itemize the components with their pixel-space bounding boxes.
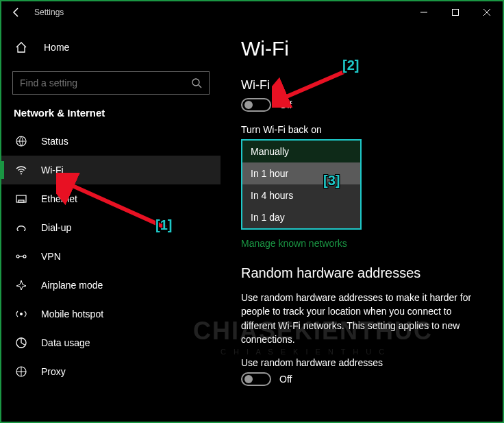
sidebar-item-airplane[interactable]: Airplane mode: [1, 271, 220, 300]
dropdown-option-4hours[interactable]: In 4 hours: [242, 184, 360, 206]
svg-rect-6: [16, 195, 26, 202]
random-addresses-body: Use random hardware addresses to make it…: [241, 291, 482, 346]
svg-rect-1: [453, 10, 459, 16]
close-button[interactable]: [471, 1, 503, 23]
sidebar-item-label: Status: [41, 136, 68, 147]
hotspot-icon: [14, 308, 29, 320]
random-toggle-label: Use random hardware addresses: [241, 357, 482, 368]
svg-point-5: [21, 173, 22, 175]
ethernet-icon: [14, 193, 29, 205]
dialup-icon: [14, 221, 29, 234]
sidebar-item-proxy[interactable]: Proxy: [1, 357, 220, 386]
svg-line-3: [199, 85, 201, 88]
sidebar-item-wifi[interactable]: Wi-Fi: [1, 156, 220, 184]
random-toggle[interactable]: [241, 372, 271, 386]
wifi-toggle-state: Off: [279, 99, 292, 110]
wifi-icon: [14, 164, 29, 176]
minimize-button[interactable]: [408, 1, 440, 23]
vpn-icon: [14, 250, 29, 263]
turn-back-dropdown[interactable]: Manually In 1 hour In 4 hours In 1 day: [241, 139, 362, 230]
sidebar-item-datausage[interactable]: Data usage: [1, 328, 220, 357]
sidebar-item-label: Mobile hotspot: [41, 309, 103, 319]
sidebar-item-hotspot[interactable]: Mobile hotspot: [1, 300, 220, 328]
airplane-icon: [14, 279, 29, 291]
data-usage-icon: [14, 337, 29, 349]
svg-point-8: [17, 230, 18, 231]
sidebar-item-label: Ethernet: [41, 193, 77, 204]
sidebar-item-ethernet[interactable]: Ethernet: [1, 184, 220, 213]
status-icon: [14, 135, 29, 147]
dropdown-option-1day[interactable]: In 1 day: [242, 206, 360, 228]
svg-point-11: [23, 255, 26, 258]
dropdown-option-1hour[interactable]: In 1 hour: [242, 162, 360, 184]
random-addresses-heading: Random hardware addresses: [241, 265, 482, 281]
sidebar-home-label: Home: [44, 42, 69, 53]
annotation-badge-3: [3]: [323, 173, 340, 189]
sidebar-item-status[interactable]: Status: [1, 127, 220, 156]
sidebar-item-label: Dial-up: [41, 222, 71, 233]
dropdown-option-manually[interactable]: Manually: [242, 141, 360, 162]
search-icon: [191, 77, 202, 88]
home-icon: [15, 41, 30, 53]
search-input-container[interactable]: [12, 71, 210, 95]
sidebar-item-dialup[interactable]: Dial-up: [1, 213, 220, 242]
turn-back-label: Turn Wi-Fi back on: [241, 124, 482, 135]
annotation-badge-1: [1]: [155, 217, 172, 233]
svg-point-10: [16, 255, 19, 258]
sidebar-item-label: Wi-Fi: [41, 165, 64, 176]
sidebar-group-title: Network & Internet: [1, 107, 220, 127]
manage-known-networks-link[interactable]: Manage known networks: [241, 238, 482, 249]
sidebar-item-label: Data usage: [41, 337, 90, 348]
sidebar-item-label: Airplane mode: [41, 280, 103, 291]
search-input[interactable]: [20, 77, 191, 88]
window-title: Settings: [34, 8, 64, 17]
random-toggle-state: Off: [279, 374, 292, 385]
svg-point-9: [24, 230, 25, 231]
sidebar-item-vpn[interactable]: VPN: [1, 242, 220, 271]
maximize-button[interactable]: [440, 1, 471, 23]
sidebar: Home Network & Internet Status Wi-Fi Eth…: [1, 23, 220, 422]
svg-point-2: [192, 79, 199, 86]
sidebar-home[interactable]: Home: [1, 34, 220, 60]
sidebar-item-label: Proxy: [41, 366, 66, 377]
main-content: Wi-Fi Wi-Fi Off Turn Wi-Fi back on Manua…: [220, 23, 503, 422]
sidebar-item-label: VPN: [41, 251, 61, 262]
svg-rect-7: [18, 200, 24, 202]
back-button[interactable]: [7, 3, 26, 22]
annotation-badge-2: [2]: [342, 58, 359, 73]
wifi-toggle[interactable]: [241, 98, 271, 112]
page-title: Wi-Fi: [241, 37, 482, 60]
svg-point-13: [20, 313, 23, 315]
proxy-icon: [14, 365, 29, 378]
wifi-section-label: Wi-Fi: [241, 78, 482, 93]
